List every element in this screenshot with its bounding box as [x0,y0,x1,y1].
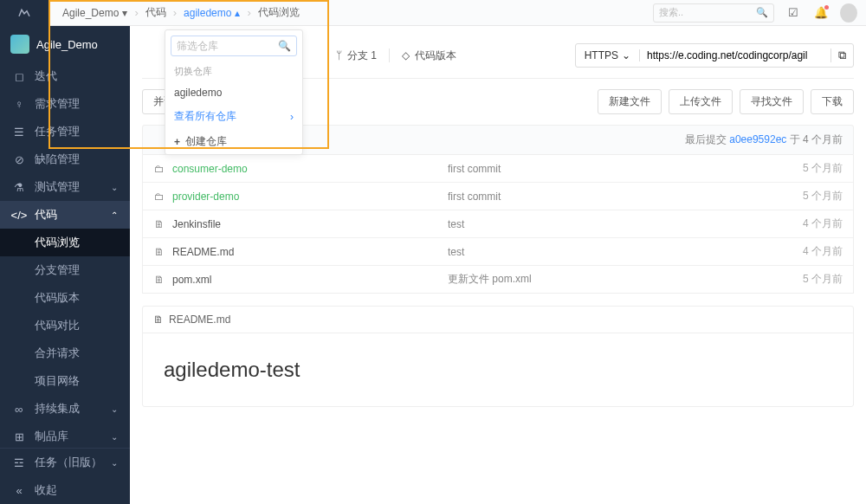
nav-requirements[interactable]: ♀需求管理 [0,90,130,118]
file-time: 5 个月前 [773,272,843,287]
protocol-select[interactable]: HTTPS⌄ [576,49,640,61]
file-actions: 新建文件 上传文件 寻找文件 下载 [598,89,854,114]
flask-icon: ⚗ [12,181,26,194]
commit-message: 更新文件 pom.xml [448,272,773,287]
repo-filter-input[interactable]: 筛选仓库🔍 [171,36,297,56]
nav-bugs[interactable]: ⊘缺陷管理 [0,145,130,173]
file-row[interactable]: 🗀consumer-demo first commit 5 个月前 [143,155,853,183]
nav-code-version[interactable]: 代码版本 [0,284,130,312]
notification-dot [824,5,829,10]
nav-collapse[interactable]: «收起 [0,476,130,504]
code-icon: </> [12,209,26,222]
file-name: 🗎Jenkinsfile [153,218,448,230]
find-file-button[interactable]: 寻找文件 [740,89,804,114]
breadcrumb-root[interactable]: Agile_Demo▾ [57,7,132,19]
chevron-down-icon: ⌄ [111,404,118,414]
bell-icon[interactable]: 🔔 [812,4,830,22]
divider [389,48,390,62]
chevron-up-icon: ⌃ [111,210,118,220]
nav-iteration[interactable]: ◻迭代 [0,62,130,90]
plus-icon: + [174,136,180,148]
upload-file-button[interactable]: 上传文件 [669,89,733,114]
nav-branch-mgmt[interactable]: 分支管理 [0,256,130,284]
nav-artifacts[interactable]: ⊞制品库⌄ [0,423,130,448]
chevron-right-icon: › [290,111,294,123]
bug-icon: ⊘ [12,153,26,166]
breadcrumb-browse[interactable]: 代码浏览 [253,5,305,20]
project-header[interactable]: Agile_Demo [0,26,130,62]
file-list: 🗀consumer-demo first commit 5 个月前 🗀provi… [142,155,854,294]
global-search[interactable]: 搜索..🔍 [653,3,774,23]
file-row[interactable]: 🗎Jenkinsfile test 4 个月前 [143,210,853,238]
readme-panel: 🗎README.md agiledemo-test [142,306,854,407]
breadcrumb-sep: › [132,6,139,19]
breadcrumb-repo[interactable]: agiledemo▴ [178,7,245,19]
nav-code-diff[interactable]: 代码对比 [0,312,130,339]
clone-url-input[interactable] [640,49,830,61]
commit-message: test [448,218,773,230]
file-name: 🗎pom.xml [153,274,448,286]
nav-ci[interactable]: ∞持续集成⌄ [0,395,130,423]
clone-url-group: HTTPS⌄ ⧉ [575,43,854,68]
repo-switcher-popover: 筛选仓库🔍 切换仓库 agiledemo 查看所有仓库› +创建仓库 [165,29,303,155]
download-button[interactable]: 下载 [811,89,854,114]
iteration-icon: ◻ [12,70,26,83]
caret-down-icon: ▾ [122,7,127,19]
topbar-right: 搜索..🔍 ☑ 🔔 [653,3,857,23]
file-time: 4 个月前 [773,216,843,231]
file-name: 🗎README.md [153,246,448,258]
file-icon: 🗎 [153,218,165,230]
collapse-icon: « [12,484,26,497]
project-name: Agile_Demo [36,38,98,51]
chevron-down-icon: ⌄ [111,432,118,442]
chevron-down-icon: ⌄ [111,183,118,192]
breadcrumb-code[interactable]: 代码 [140,5,171,20]
list-icon: ☲ [12,456,26,469]
copy-url-button[interactable]: ⧉ [830,48,853,62]
bulb-icon: ♀ [12,98,26,111]
infinity-icon: ∞ [12,403,26,416]
commit-hash[interactable]: a0ee9592ec [729,133,786,145]
commit-message: first commit [448,163,773,175]
file-name: 🗀consumer-demo [153,163,448,175]
nav-tasks-old[interactable]: ☲任务（旧版）⌄ [0,449,130,476]
file-row[interactable]: 🗎pom.xml 更新文件 pom.xml 5 个月前 [143,266,853,293]
nav-tasks[interactable]: ☰任务管理 [0,118,130,145]
nav-code[interactable]: </>代码⌃ [0,201,130,229]
sidebar: Agile_Demo ◻迭代 ♀需求管理 ☰任务管理 ⊘缺陷管理 ⚗测试管理⌄ … [0,0,130,504]
branch-count[interactable]: ᛘ分支 1 [336,48,377,63]
file-icon: 🗎 [153,274,165,286]
nav-code-browse[interactable]: 代码浏览 [0,229,130,256]
file-row[interactable]: 🗎README.md test 4 个月前 [143,238,853,266]
caret-up-icon: ▴ [235,7,240,19]
search-icon: 🔍 [278,40,291,52]
readme-header: 🗎README.md [143,307,853,333]
commit-message: first commit [448,191,773,203]
switch-repo-label: 切换仓库 [165,61,302,81]
nav-testing[interactable]: ⚗测试管理⌄ [0,173,130,201]
avatar-dropdown[interactable] [840,4,857,22]
nav-project-network[interactable]: 项目网络 [0,367,130,395]
branch-icon: ᛘ [336,49,342,61]
nav: ◻迭代 ♀需求管理 ☰任务管理 ⊘缺陷管理 ⚗测试管理⌄ </>代码⌃ 代码浏览… [0,62,130,448]
folder-icon: 🗀 [153,163,165,175]
readme-heading: agiledemo-test [164,358,832,382]
nav-footer: ☲任务（旧版）⌄ «收起 [0,448,130,504]
create-repo[interactable]: +创建仓库 [165,129,302,154]
avatar [840,3,857,23]
copy-icon: ⧉ [838,48,846,62]
chevron-down-icon: ⌄ [622,49,630,61]
nav-merge-request[interactable]: 合并请求 [0,339,130,367]
view-all-repos[interactable]: 查看所有仓库› [165,104,302,129]
repo-option-agiledemo[interactable]: agiledemo [165,81,302,104]
tag-icon: ◇ [402,49,410,61]
logo[interactable] [0,0,48,26]
new-file-button[interactable]: 新建文件 [598,89,662,114]
version-link[interactable]: ◇代码版本 [402,48,456,63]
file-time: 5 个月前 [773,189,843,204]
task-icon: ☰ [12,126,26,139]
folder-icon: 🗀 [153,191,165,203]
checkbox-icon[interactable]: ☑ [785,4,802,22]
breadcrumb-sep: › [171,6,178,19]
file-row[interactable]: 🗀provider-demo first commit 5 个月前 [143,183,853,210]
